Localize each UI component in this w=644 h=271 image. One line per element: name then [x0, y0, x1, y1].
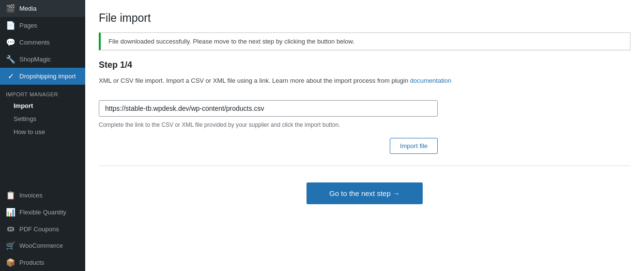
pdf-coupons-icon: 🎟 — [6, 225, 15, 233]
sidebar-sub-import[interactable]: Import — [0, 99, 85, 112]
sidebar-item-comments[interactable]: 💬 Comments — [0, 34, 85, 51]
step-title: Step 1/4 — [99, 60, 630, 70]
sidebar-item-woocommerce[interactable]: 🛒 WooCommerce — [0, 237, 85, 254]
sidebar-item-media[interactable]: 🎬 Media — [0, 0, 85, 17]
sidebar-item-label: ShopMagic — [19, 56, 51, 63]
documentation-link[interactable]: documentation — [410, 77, 451, 84]
import-file-button[interactable]: Import file — [390, 138, 438, 154]
content-area: File import File downloaded successfully… — [85, 0, 644, 271]
dropshipping-icon: ✓ — [6, 72, 15, 81]
sidebar-item-products[interactable]: 📦 Products — [0, 254, 85, 271]
helper-text: Complete the link to the CSV or XML file… — [99, 121, 630, 128]
import-manager-section: Import Manager — [0, 85, 85, 99]
next-step-button[interactable]: Go to the next step → — [307, 182, 423, 204]
sidebar-item-pages[interactable]: 📄 Pages — [0, 17, 85, 34]
import-file-btn-row: Import file — [99, 138, 438, 154]
sidebar-item-label: WooCommerce — [19, 242, 63, 249]
flexible-quantity-icon: 📊 — [6, 208, 15, 217]
comments-icon: 💬 — [6, 38, 15, 47]
description-text: XML or CSV file import. Import a CSV or … — [99, 76, 630, 86]
divider — [99, 166, 630, 166]
sidebar-sub-settings[interactable]: Settings — [0, 112, 85, 125]
sidebar-item-label: Dropshipping import — [19, 73, 76, 80]
sidebar-item-label: Comments — [19, 39, 50, 46]
sidebar-item-pdf-coupons[interactable]: 🎟 PDF Coupons — [0, 221, 85, 237]
sidebar-item-label: Media — [19, 5, 36, 12]
url-input[interactable] — [99, 100, 438, 117]
pages-icon: 📄 — [6, 21, 15, 30]
sidebar-item-label: Pages — [19, 22, 37, 29]
sidebar-item-invoices[interactable]: 📋 Invoices — [0, 187, 85, 204]
sidebar-item-dropshipping[interactable]: ✓ Dropshipping import — [0, 68, 85, 85]
media-icon: 🎬 — [6, 4, 15, 13]
success-notice: File downloaded successfully. Please mov… — [99, 32, 630, 50]
sidebar-item-flexible-quantity[interactable]: 📊 Flexible Quantity — [0, 204, 85, 221]
sidebar-item-label: Products — [19, 259, 44, 266]
success-message: File downloaded successfully. Please mov… — [108, 38, 354, 45]
sidebar-item-shopmagic[interactable]: 🔧 ShopMagic — [0, 51, 85, 68]
shopmagic-icon: 🔧 — [6, 55, 15, 64]
sidebar-sub-how-to-use[interactable]: How to use — [0, 125, 85, 138]
invoices-icon: 📋 — [6, 191, 15, 200]
sidebar-item-label: PDF Coupons — [19, 226, 59, 233]
woocommerce-icon: 🛒 — [6, 241, 15, 250]
next-step-row: Go to the next step → — [99, 178, 630, 209]
sidebar-item-label: Flexible Quantity — [19, 209, 66, 216]
page-title: File import — [99, 12, 630, 25]
sidebar: 🎬 Media 📄 Pages 💬 Comments 🔧 ShopMagic ✓… — [0, 0, 85, 271]
sidebar-item-label: Invoices — [19, 192, 43, 199]
products-icon: 📦 — [6, 258, 15, 267]
main-content: File import File downloaded successfully… — [85, 0, 644, 271]
import-row: Complete the link to the CSV or XML file… — [99, 100, 630, 128]
